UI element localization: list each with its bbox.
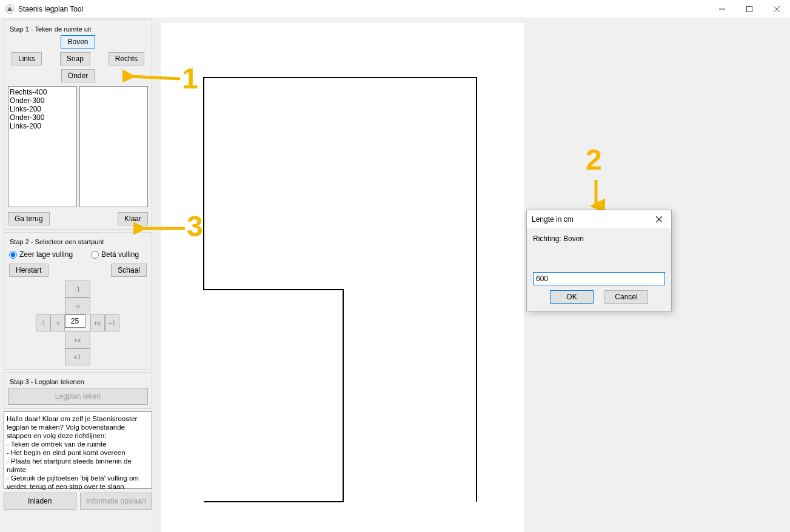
list-item[interactable]: Onder-300: [10, 96, 75, 105]
dialog-cancel-button[interactable]: Cancel: [604, 290, 648, 304]
klaar-button[interactable]: Klaar: [118, 212, 148, 225]
dialog-message: Richting: Boven: [533, 234, 665, 243]
svg-line-2: [774, 6, 780, 12]
help-textbox: Hallo daar! Klaar om zelf je Staenisroos…: [4, 411, 152, 489]
pad-plusx-bottom[interactable]: +x: [65, 331, 90, 348]
minimize-button[interactable]: [708, 0, 735, 18]
informatie-opslaan-button[interactable]: Informatie opslaan: [80, 493, 153, 510]
list-item[interactable]: Onder-300: [10, 113, 75, 122]
onder-button[interactable]: Onder: [61, 69, 95, 82]
list-item[interactable]: Links-200: [10, 105, 75, 113]
pad-plus1-right[interactable]: +1: [105, 314, 119, 331]
inladen-button[interactable]: Inladen: [4, 493, 76, 510]
dialog-ok-button[interactable]: OK: [550, 290, 594, 304]
step2-panel: Stap 2 - Selecteer een startpunt Zeer la…: [4, 232, 152, 370]
titlebar: Staenis legplan Tool: [0, 0, 790, 18]
pad-minus1-left[interactable]: -1: [36, 314, 50, 331]
list-item[interactable]: Rechts-400: [10, 88, 75, 96]
app-title: Staenis legplan Tool: [18, 5, 83, 13]
herstart-button[interactable]: Herstart: [9, 264, 49, 277]
drawing-canvas[interactable]: [161, 23, 524, 532]
sidebar: Stap 1 - Teken de ruimte uit Boven Links…: [0, 18, 156, 532]
pad-center-cell: [65, 314, 90, 331]
pad-center-input[interactable]: [65, 314, 85, 328]
segments-listbox[interactable]: Rechts-400Onder-300Links-200Onder-300Lin…: [8, 86, 77, 207]
radio-zeer-lage[interactable]: Zeer lage vulling: [9, 250, 73, 259]
step1-legend: Stap 1 - Teken de ruimte uit: [8, 25, 93, 33]
lengte-dialog: Lengte in cm Richting: Boven OK Cancel: [526, 210, 672, 311]
annotation-number-1: 1: [182, 62, 198, 95]
radio-zeer-lage-input[interactable]: [9, 251, 17, 259]
radio-zeer-label: Zeer lage vulling: [19, 250, 73, 259]
pad-plusx-right[interactable]: +x: [90, 314, 105, 331]
pad-minusx-left[interactable]: -x: [50, 314, 65, 331]
step3-panel: Stap 3 - Legplan tekenen Legplan teken: [4, 372, 152, 409]
dialog-close-button[interactable]: [647, 210, 671, 228]
radio-beta[interactable]: Betá vulling: [91, 250, 139, 259]
app-icon: [5, 4, 15, 14]
step2-legend: Stap 2 - Selecteer een startpunt: [8, 238, 105, 245]
svg-rect-1: [746, 6, 752, 12]
dialog-title: Lengte in cm: [532, 215, 647, 224]
maximize-button[interactable]: [735, 0, 763, 18]
links-button[interactable]: Links: [12, 52, 42, 65]
window-controls: [708, 0, 790, 18]
boven-button[interactable]: Boven: [61, 35, 95, 48]
annotation-number-2: 2: [586, 143, 602, 176]
rechts-button[interactable]: Rechts: [109, 52, 144, 65]
close-window-button[interactable]: [763, 0, 790, 18]
step1-panel: Stap 1 - Teken de ruimte uit Boven Links…: [4, 19, 152, 230]
list-item[interactable]: Links-200: [10, 122, 75, 130]
schaal-button[interactable]: Schaal: [111, 264, 147, 277]
gaterug-button[interactable]: Ga terug: [8, 212, 50, 225]
radio-beta-input[interactable]: [91, 251, 99, 259]
svg-line-3: [774, 6, 780, 12]
room-outline: [161, 23, 524, 532]
nudge-pad: -1 -x -1 -x +x +1 +x +1: [36, 281, 121, 365]
segments-listbox-right[interactable]: [79, 86, 149, 207]
step3-legend: Stap 3 - Legplan tekenen: [8, 378, 86, 385]
lengte-input[interactable]: [533, 272, 665, 285]
pad-minus1-top[interactable]: -1: [65, 281, 90, 298]
canvas-area: [156, 18, 790, 532]
pad-plus1-bottom[interactable]: +1: [65, 348, 90, 365]
pad-minusx-top[interactable]: -x: [65, 298, 90, 314]
radio-beta-label: Betá vulling: [101, 250, 139, 259]
annotation-number-3: 3: [187, 210, 203, 243]
close-icon: [656, 216, 662, 222]
legplan-teken-button[interactable]: Legplan teken: [8, 388, 148, 405]
dialog-titlebar[interactable]: Lengte in cm: [527, 210, 671, 228]
snap-button[interactable]: Snap: [60, 52, 90, 65]
